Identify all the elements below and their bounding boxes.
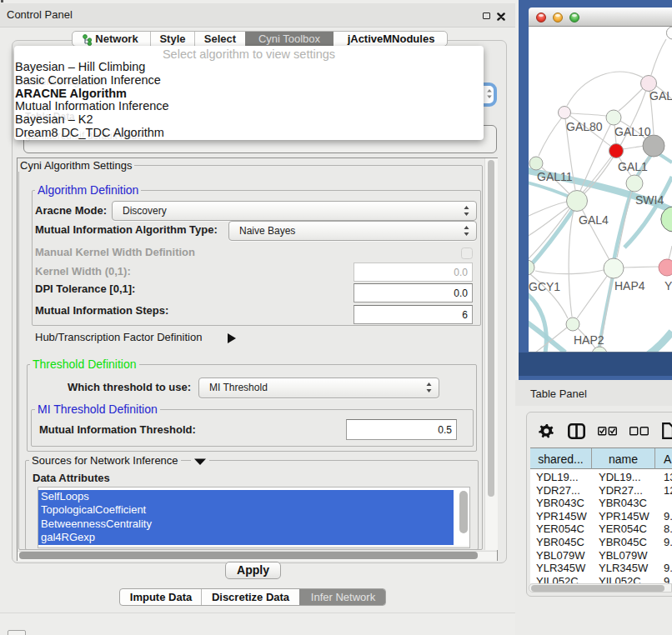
svg-text:GAL4: GAL4 [579, 213, 609, 227]
svg-text:HAP2: HAP2 [574, 333, 604, 347]
svg-text:GAL1: GAL1 [618, 160, 648, 173]
svg-text:GAL11: GAL11 [537, 170, 573, 183]
svg-text:SWI4: SWI4 [635, 193, 664, 207]
svg-text:GCY1: GCY1 [529, 280, 560, 293]
svg-text:GAL80: GAL80 [566, 120, 603, 133]
svg-text:GAL8: GAL8 [649, 89, 672, 102]
svg-text:HAP4: HAP4 [614, 279, 645, 292]
svg-text:GAL10: GAL10 [614, 125, 651, 138]
svg-text:Y: Y [664, 279, 672, 292]
